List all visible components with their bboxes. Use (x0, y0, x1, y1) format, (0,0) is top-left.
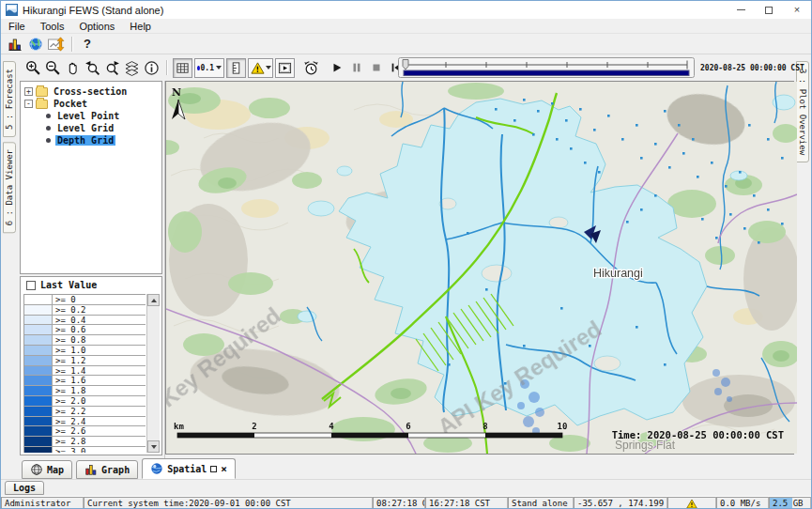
legend-color-swatch (24, 417, 53, 427)
tab-spatial[interactable]: Spatial × (142, 458, 236, 479)
last-value-row[interactable]: Last Value (21, 277, 161, 293)
menu-help[interactable]: Help (122, 21, 159, 32)
legend-color-swatch (24, 335, 53, 346)
legend-class-label: >= 2.2 (53, 407, 146, 417)
tab-forecast[interactable]: 5 : Forecast (3, 61, 16, 137)
expand-icon[interactable]: + (24, 87, 33, 96)
legend-class-row: >= 1.4 (24, 366, 146, 377)
tree-item-level-point[interactable]: Level Point (21, 110, 161, 122)
menu-bar: FileToolsOptionsHelp (1, 19, 811, 34)
warning-icon (251, 61, 265, 75)
status-bar: Administrator Current system time:2020-0… (1, 496, 811, 509)
svg-text:8: 8 (483, 422, 487, 431)
stop-icon (370, 61, 383, 74)
legend-class-label: >= 1.4 (53, 366, 146, 377)
legend-classes: >= 0>= 0.2>= 0.4>= 0.6>= 0.8>= 1.0>= 1.2… (23, 294, 146, 453)
svg-text:N: N (172, 86, 181, 99)
legend-color-swatch (24, 346, 53, 356)
zoom-previous-button[interactable] (83, 58, 102, 78)
legend-class-label: >= 2.0 (53, 396, 146, 407)
status-local-time: 16:27:18 CST (425, 497, 508, 509)
legend-class-row: >= 3.0 (24, 447, 146, 453)
main-area: 5 : Forecast 6 : Data Viewer 3 : Plot Ov… (1, 54, 811, 458)
menu-tools[interactable]: Tools (33, 21, 72, 32)
scroll-down-button[interactable] (147, 440, 160, 453)
legend-class-row: >= 2.4 (24, 417, 146, 427)
play-button[interactable] (327, 58, 346, 78)
legend-class-row: >= 2.8 (24, 437, 146, 447)
content-area: +Cross-section-PocketLevel PointLevel Gr… (18, 81, 794, 458)
legend-class-row: >= 0.2 (24, 305, 146, 316)
map-display-button[interactable] (25, 35, 46, 54)
info-button[interactable] (142, 58, 161, 78)
menu-file[interactable]: File (1, 21, 33, 32)
class-break-dropdown[interactable]: 0.1 (194, 58, 224, 78)
explorer-icon (8, 37, 23, 52)
logs-tab[interactable]: Logs (5, 481, 44, 495)
adjust-time-icon (303, 60, 319, 76)
pan-button[interactable] (63, 58, 83, 78)
folder-icon (36, 100, 48, 109)
application-window: Hikurangi FEWS (Stand alone) × FileTools… (0, 0, 812, 509)
grid-icon (176, 61, 190, 75)
triangle-down-icon (151, 445, 157, 449)
title-bar: Hikurangi FEWS (Stand alone) × (1, 1, 811, 19)
time-slider[interactable] (398, 54, 695, 81)
status-warning[interactable] (667, 497, 716, 509)
layers-button[interactable] (122, 58, 142, 78)
info-icon (144, 60, 160, 76)
center-area: 0.1 (18, 54, 794, 458)
menu-options[interactable]: Options (71, 21, 122, 32)
svg-text:10: 10 (558, 422, 568, 431)
legend-class-row: >= 0.8 (24, 335, 146, 346)
close-button[interactable]: × (783, 1, 811, 19)
tab-map[interactable]: Map (22, 460, 72, 479)
tree-item-cross-section[interactable]: +Cross-section (21, 85, 161, 98)
tab-close-icon[interactable]: × (221, 464, 227, 474)
scroll-up-button[interactable] (147, 294, 160, 306)
pan-hand-icon (65, 60, 81, 76)
legend-class-label: >= 2.8 (53, 437, 146, 447)
zoom-out-button[interactable] (43, 58, 63, 78)
legend-scrollbar[interactable] (146, 294, 160, 453)
spatial-display-button[interactable] (46, 35, 67, 54)
scale-bar-icon (229, 61, 243, 75)
map-view[interactable]: API Key Required API Key Required Hikura… (165, 81, 794, 455)
svg-text:2: 2 (252, 422, 256, 431)
legend-class-label: >= 0 (53, 295, 146, 305)
explorer-button[interactable] (5, 35, 25, 54)
bar-chart-icon (84, 463, 98, 476)
tree-item-level-grid[interactable]: Level Grid (21, 122, 161, 134)
tree-item-depth-grid[interactable]: Depth Grid (21, 134, 161, 147)
legend-color-swatch (24, 426, 53, 437)
stop-button[interactable] (366, 58, 386, 78)
leaf-bullet-icon (46, 126, 51, 131)
thresholds-dropdown[interactable] (248, 58, 273, 78)
legend-color-swatch (24, 305, 53, 316)
legend-color-swatch (24, 376, 53, 386)
grid-toggle-button[interactable] (173, 58, 192, 78)
animation-button[interactable] (275, 58, 295, 78)
tree-item-pocket[interactable]: -Pocket (21, 98, 161, 110)
zoom-in-button[interactable] (23, 58, 43, 78)
pause-button[interactable] (346, 58, 366, 78)
legend-class-row: >= 0 (24, 295, 146, 305)
legend-color-swatch (24, 447, 53, 453)
help-button[interactable]: ? (77, 35, 98, 54)
minimize-button[interactable] (727, 1, 755, 19)
legend-color-swatch (24, 386, 53, 396)
collapse-icon[interactable]: - (24, 100, 33, 108)
last-value-checkbox[interactable] (26, 281, 36, 290)
scale-bar-toggle-button[interactable] (226, 58, 246, 78)
adjust-time-button[interactable] (301, 58, 321, 78)
tab-graph[interactable]: Graph (76, 460, 138, 479)
tab-restore-icon[interactable] (210, 466, 217, 472)
maximize-button[interactable] (755, 1, 783, 19)
tab-data-viewer[interactable]: 6 : Data Viewer (3, 142, 16, 233)
warning-icon (686, 499, 697, 509)
zoom-next-button[interactable] (102, 58, 122, 78)
legend-color-swatch (24, 396, 53, 407)
last-value-label: Last Value (40, 280, 97, 290)
bottom-tab-bar: Map Graph Spatial × (1, 458, 811, 479)
status-mode: Stand alone (508, 497, 574, 509)
